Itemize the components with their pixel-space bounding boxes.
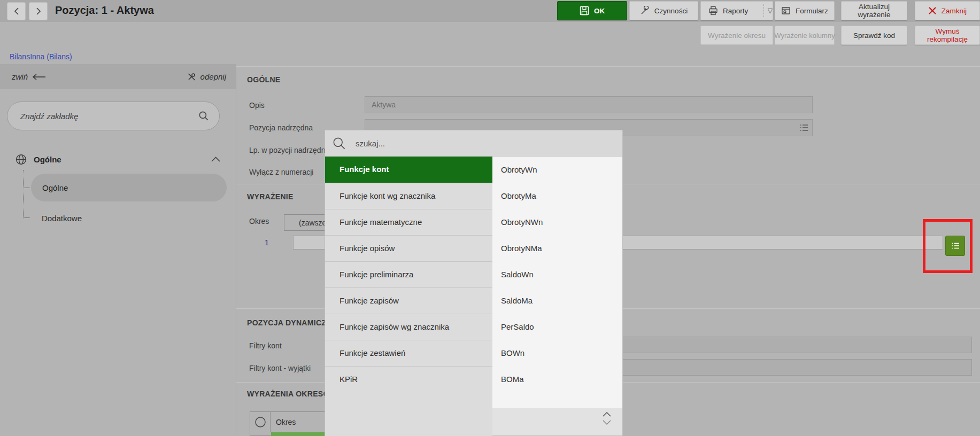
category-item[interactable]: Funkcje zapisów wg znacznika	[325, 314, 492, 340]
sidebar-group-ogolne[interactable]: Ogólne	[15, 151, 221, 167]
okres-label: Okres	[249, 217, 269, 225]
sidebar-header: zwiń odepnij	[0, 64, 236, 89]
category-item[interactable]: Funkcje matematyczne	[325, 209, 492, 235]
radio-icon	[254, 416, 266, 428]
raporty-button-label: Raporty	[723, 7, 748, 15]
category-item[interactable]: Funkcje preliminarza	[325, 261, 492, 287]
function-item[interactable]: SaldoMa	[492, 287, 622, 314]
collapse-button[interactable]: zwiń	[12, 72, 46, 81]
page-title: Pozycja: 1 - Aktywa	[55, 4, 154, 17]
section-pozycja-dynamiczna-header: POZYCJA DYNAMICZNA	[247, 318, 337, 327]
sidebar-group-label: Ogólne	[34, 155, 204, 164]
dropdown-category-list: Funkcje kont Funkcje kont wg znacznika F…	[325, 157, 492, 392]
form-gear-icon	[781, 6, 791, 15]
sidebar-divider	[236, 64, 236, 436]
function-item[interactable]: ObrotyNMa	[492, 235, 622, 261]
triangle-down-icon: ▽	[768, 7, 773, 14]
wyrazenie-okresu-button[interactable]: Wyrażenie okresu	[700, 26, 773, 45]
okres-table-header: Okres	[276, 412, 296, 432]
sidebar-item-ogolne[interactable]: Ogólne	[31, 174, 227, 201]
function-item[interactable]: BOWn	[492, 340, 622, 366]
section-wyrazenie-header: WYRAŻENIE	[247, 192, 294, 201]
function-item[interactable]: PerSaldo	[492, 314, 622, 340]
ok-button[interactable]: OK	[557, 1, 627, 20]
section-divider	[236, 66, 980, 67]
wrench-icon	[640, 6, 650, 15]
zamknij-button[interactable]: Zamknij	[915, 1, 980, 20]
okres-table-radio-cell[interactable]	[250, 412, 271, 432]
function-item[interactable]: BOMa	[492, 366, 622, 392]
function-item[interactable]: ObrotyWn	[492, 157, 622, 183]
chevron-up-icon[interactable]	[211, 156, 221, 162]
arrow-left-icon	[32, 74, 46, 80]
opis-input[interactable]: Aktywa	[365, 96, 813, 113]
wylacz-label: Wyłącz z numeracji	[249, 168, 313, 176]
category-item[interactable]: KPiR	[325, 366, 492, 392]
category-item[interactable]: Funkcje zapisów	[325, 287, 492, 314]
dropdown-scroll-strip	[492, 408, 622, 435]
back-button[interactable]	[7, 2, 26, 20]
save-floppy-icon	[580, 6, 589, 15]
search-icon	[332, 136, 346, 151]
function-item[interactable]: ObrotyMa	[492, 183, 622, 209]
function-item[interactable]: ObrotyNWn	[492, 209, 622, 235]
dropdown-category-filler	[325, 392, 492, 436]
aktualizuj-line1: Aktualizuj	[859, 3, 890, 11]
ok-button-label: OK	[594, 7, 605, 15]
category-item-selected[interactable]: Funkcje kont	[325, 157, 492, 183]
wyrazenie-kolumny-button[interactable]: Wyrażenie kolumny	[775, 26, 835, 45]
tree-connector	[23, 188, 30, 188]
aktualizuj-line2: wyrażenie	[858, 11, 891, 19]
wyrazenie-okresu-label: Wyrażenie okresu	[708, 32, 766, 40]
formularz-button-label: Formularz	[796, 7, 828, 15]
aktualizuj-wyrazenie-button[interactable]: Aktualizuj wyrażenie	[841, 1, 907, 20]
raporty-button[interactable]: Raporty ▽	[700, 1, 773, 20]
function-item[interactable]: SaldoWn	[492, 261, 622, 287]
filtry-kont-label: Filtry kont	[249, 341, 282, 350]
wymus-line2: rekompilację	[927, 35, 968, 43]
category-item[interactable]: Funkcje kont wg znacznika	[325, 183, 492, 209]
expression-row-number: 1	[258, 238, 269, 247]
globe-icon	[15, 153, 27, 166]
sidebar-item-label: Dodatkowe	[42, 214, 82, 223]
close-x-icon	[928, 6, 937, 15]
sprawdz-kod-label: Sprawdź kod	[853, 32, 895, 40]
pin-slash-icon	[187, 72, 196, 81]
formularz-button[interactable]: Formularz	[775, 1, 835, 20]
printer-icon	[708, 6, 718, 15]
czynnosci-button[interactable]: Czynności	[629, 1, 698, 20]
category-item[interactable]: Funkcje opisów	[325, 235, 492, 261]
raporty-dropdown-arrow[interactable]: ▽	[763, 4, 773, 17]
sidebar-item-label: Ogólne	[42, 183, 68, 192]
chevron-left-icon	[13, 7, 20, 15]
function-picker-dropdown: Funkcje kont Funkcje kont wg znacznika F…	[325, 130, 623, 436]
wymus-rekompilacje-button[interactable]: Wymuś rekompilację	[915, 26, 980, 45]
dropdown-search-input[interactable]	[354, 138, 515, 149]
section-ogolne-header: OGÓLNE	[247, 75, 280, 84]
sidebar-search-input[interactable]	[19, 111, 198, 121]
search-icon	[198, 110, 210, 122]
lp-label: Lp. w pozycji nadrzędnej	[249, 146, 331, 154]
scroll-up-icon[interactable]	[602, 411, 612, 417]
scroll-down-icon[interactable]	[602, 419, 612, 425]
zamknij-button-label: Zamknij	[942, 7, 967, 15]
highlight-box	[923, 219, 973, 273]
wymus-line1: Wymuś	[936, 27, 960, 35]
lookup-list-icon[interactable]	[799, 122, 809, 133]
sprawdz-kod-button[interactable]: Sprawdź kod	[841, 26, 907, 45]
pozycja-nadrzedna-label: Pozycja nadrzędna	[249, 123, 313, 132]
tree-connector	[23, 170, 24, 219]
category-item[interactable]: Funkcje zestawień	[325, 340, 492, 366]
dropdown-function-filler	[492, 392, 622, 408]
opis-value: Aktywa	[372, 100, 396, 109]
unpin-button[interactable]: odepnij	[187, 72, 226, 81]
forward-button[interactable]	[29, 2, 48, 20]
unpin-label: odepnij	[200, 72, 226, 81]
czynnosci-button-label: Czynności	[654, 7, 688, 15]
collapse-label: zwiń	[12, 72, 28, 81]
sidebar-item-dodatkowe[interactable]: Dodatkowe	[31, 212, 227, 224]
tree-connector	[23, 217, 30, 218]
filtry-kont-wyjatki-label: Filtry kont - wyjątki	[249, 364, 311, 372]
breadcrumb-link[interactable]: BilansInna (Bilans)	[10, 52, 72, 61]
app-window: Pozycja: 1 - Aktywa OK Czynności Raporty…	[0, 0, 980, 436]
